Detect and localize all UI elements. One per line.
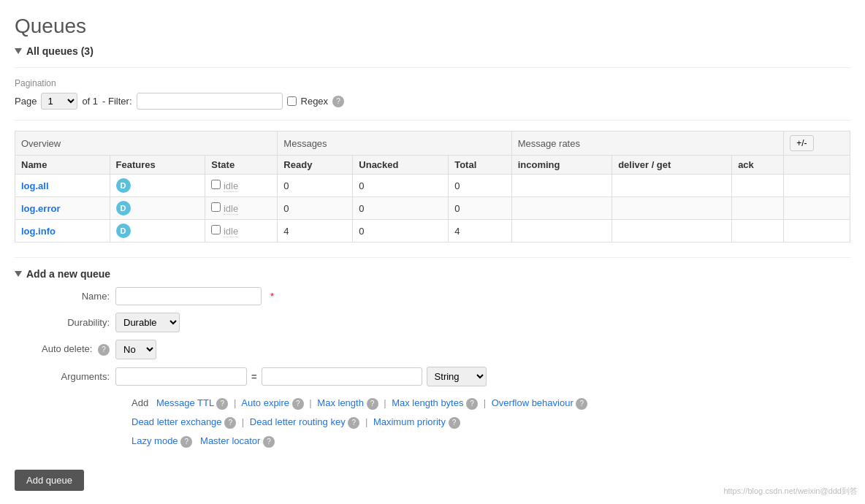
dead-letter-exchange-help-icon[interactable]: ? (224, 417, 236, 429)
row-name: log.info (15, 220, 110, 243)
page-select[interactable]: 1 (41, 93, 77, 110)
col-total: Total (449, 156, 512, 175)
durability-label: Durability: (15, 317, 110, 328)
auto-delete-label: Auto delete: ? (15, 343, 110, 356)
table-group-header-row: Overview Messages Message rates +/- (15, 131, 850, 156)
add-queue-section: Add a new queue Name: * Durability: Dura… (15, 268, 850, 491)
row-total: 0 (449, 175, 512, 197)
filter-dash: - Filter: (102, 96, 132, 107)
state-text: idle (224, 180, 238, 192)
max-length-help-icon[interactable]: ? (367, 398, 378, 410)
row-name: log.all (15, 175, 110, 197)
row-incoming (511, 175, 611, 197)
col-deliver-get: deliver / get (612, 156, 732, 175)
state-checkbox[interactable] (211, 180, 221, 189)
row-total: 0 (449, 197, 512, 220)
pagination-section: Pagination Page 1 of 1 - Filter: Regex ? (15, 78, 850, 110)
row-incoming (511, 220, 611, 243)
row-ready: 0 (278, 175, 353, 197)
filter-input[interactable] (137, 93, 283, 110)
col-ack: ack (732, 156, 784, 175)
arg-type-select[interactable]: String Number Boolean (427, 367, 487, 386)
hint-max-length[interactable]: Max length (317, 397, 364, 408)
dead-letter-routing-key-help-icon[interactable]: ? (348, 417, 359, 429)
durable-badge: D (116, 201, 131, 215)
queue-name-link[interactable]: log.all (21, 180, 49, 191)
hint-message-ttl[interactable]: Message TTL (156, 397, 214, 408)
arguments-row: Arguments: = String Number Boolean (15, 367, 850, 386)
queue-name-link[interactable]: log.info (21, 226, 56, 237)
row-features: D (110, 175, 205, 197)
hint-master-locator[interactable]: Master locator (200, 435, 260, 446)
hint-lazy-mode[interactable]: Lazy mode (132, 435, 178, 446)
durable-badge: D (116, 178, 131, 193)
auto-expire-help-icon[interactable]: ? (292, 398, 304, 410)
row-unacked: 0 (353, 220, 449, 243)
row-ack (732, 197, 784, 220)
add-queue-button[interactable]: Add queue (15, 470, 84, 491)
state-text: idle (224, 226, 238, 237)
eq-sign: = (251, 371, 257, 382)
row-unacked: 0 (353, 175, 449, 197)
durability-select[interactable]: Durable Transient (115, 313, 180, 332)
queue-name-link[interactable]: log.error (21, 203, 60, 214)
maximum-priority-help-icon[interactable]: ? (449, 417, 460, 429)
hint-dead-letter-exchange[interactable]: Dead letter exchange (132, 416, 222, 427)
plus-minus-button[interactable]: +/- (790, 135, 813, 151)
state-checkbox[interactable] (211, 202, 221, 212)
add-queue-header: Add a new queue (15, 268, 850, 280)
arg-value-input[interactable] (262, 367, 422, 386)
group-overview: Overview (15, 131, 278, 156)
state-text: idle (224, 203, 238, 215)
queue-name-input[interactable] (115, 287, 262, 305)
table-row: log.all D idle 0 0 0 (15, 175, 850, 197)
row-deliver-get (612, 197, 732, 220)
hint-auto-expire[interactable]: Auto expire (241, 397, 289, 408)
lazy-mode-help-icon[interactable]: ? (180, 436, 192, 448)
row-ack (732, 175, 784, 197)
regex-label: Regex (301, 96, 329, 107)
regex-checkbox[interactable] (287, 96, 297, 106)
collapse-icon[interactable] (15, 48, 22, 54)
auto-delete-help-icon[interactable]: ? (98, 344, 110, 356)
col-unacked: Unacked (353, 156, 449, 175)
arg-key-input[interactable] (115, 367, 247, 386)
overflow-behaviour-help-icon[interactable]: ? (576, 398, 587, 410)
message-ttl-help-icon[interactable]: ? (216, 398, 228, 410)
arguments-label: Arguments: (15, 371, 110, 382)
col-state: State (205, 156, 278, 175)
name-label: Name: (15, 291, 110, 302)
args-hints-row2: Dead letter exchange ? | Dead letter rou… (132, 413, 850, 432)
args-hints-row3: Lazy mode ? Master locator ? (132, 432, 850, 451)
auto-delete-select[interactable]: No Yes (115, 340, 156, 359)
row-extra (784, 197, 850, 220)
row-ready: 4 (278, 220, 353, 243)
row-state: idle (205, 220, 278, 243)
row-features: D (110, 220, 205, 243)
row-total: 4 (449, 220, 512, 243)
row-state: idle (205, 175, 278, 197)
add-queue-collapse-icon[interactable] (15, 271, 22, 277)
name-row: Name: * (15, 287, 850, 305)
group-message-rates: Message rates (511, 131, 784, 156)
row-deliver-get (612, 220, 732, 243)
state-checkbox[interactable] (211, 225, 221, 234)
col-extra (784, 156, 850, 175)
row-incoming (511, 197, 611, 220)
hint-max-length-bytes[interactable]: Max length bytes (392, 397, 463, 408)
watermark: https://blog.csdn.net/weixin@ddd到答 (723, 486, 858, 497)
plus-minus-col: +/- (784, 131, 850, 156)
regex-help-icon[interactable]: ? (332, 96, 344, 107)
hint-overflow-behaviour[interactable]: Overflow behaviour (492, 397, 574, 408)
row-state: idle (205, 197, 278, 220)
durable-badge: D (116, 224, 131, 238)
col-incoming: incoming (511, 156, 611, 175)
hint-maximum-priority[interactable]: Maximum priority (373, 416, 446, 427)
queue-table: Overview Messages Message rates +/- Name… (15, 131, 850, 243)
col-ready: Ready (278, 156, 353, 175)
page-label: Page (15, 96, 37, 107)
col-name: Name (15, 156, 110, 175)
max-length-bytes-help-icon[interactable]: ? (466, 398, 478, 410)
master-locator-help-icon[interactable]: ? (263, 436, 275, 448)
hint-dead-letter-routing-key[interactable]: Dead letter routing key (250, 416, 346, 427)
